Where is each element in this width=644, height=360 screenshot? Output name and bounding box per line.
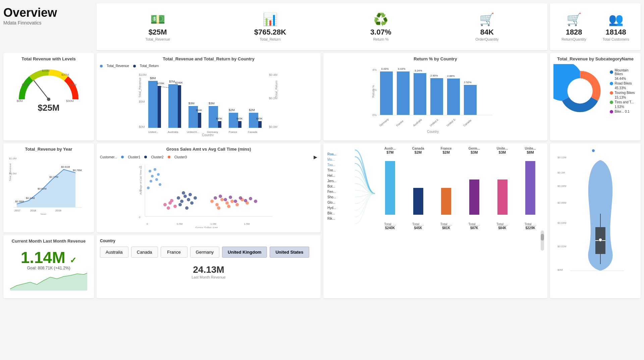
legend-return-dot bbox=[133, 65, 136, 67]
svg-text:0.5M: 0.5M bbox=[177, 222, 183, 225]
last-month-container: 24.13M Last Month Revenue bbox=[100, 264, 317, 279]
gauge-title: Total Revenue with Levels bbox=[7, 56, 91, 61]
svg-point-80 bbox=[180, 200, 183, 203]
country-btn-canada[interactable]: Canada bbox=[131, 247, 158, 258]
svg-text:Average of Call Time L...: Average of Call Time L... bbox=[139, 165, 142, 195]
col-bar-us bbox=[522, 154, 539, 221]
col-header-australia: Austr... bbox=[376, 147, 404, 150]
violin-svg: $0.12M $0.1M $0.08M $0.06M $0.04M $0.02M… bbox=[553, 153, 637, 288]
col-sub-val-us: $229K bbox=[517, 226, 544, 230]
kpi-label-order-qty: OrderQuantity bbox=[475, 37, 498, 41]
revenue-return-legend: Total_Revenue Total_Return bbox=[100, 64, 317, 68]
current-month-goal: Goal: 808.71K (+41.2%) bbox=[10, 266, 87, 270]
col-total-uk: $3M bbox=[489, 150, 516, 154]
svg-text:$0M: $0M bbox=[139, 125, 145, 128]
country-btn-australia[interactable]: Australia bbox=[100, 247, 128, 258]
country-btn-uk[interactable]: United Kingdom bbox=[222, 247, 267, 258]
donut-card: Total_Revenue by SubcategoryName Mountai… bbox=[550, 53, 641, 141]
app-subtitle: Mdata Finnovatics bbox=[3, 20, 94, 25]
bar-fr-revenue bbox=[229, 113, 238, 128]
kpi-value-total-customers: 18148 bbox=[606, 28, 626, 37]
legend-revenue-dot bbox=[100, 65, 103, 67]
donut-title: Total_Revenue by SubcategoryName bbox=[553, 56, 637, 61]
svg-text:3.43%: 3.43% bbox=[398, 67, 406, 70]
current-month-number: 1.14M bbox=[21, 249, 65, 266]
col-sub-val-australia: $240K bbox=[376, 226, 404, 230]
matrix-cat-list: Roa... Mo... Tou... Tire... Hel... Jers.… bbox=[327, 152, 354, 221]
return-pct-title: Return % by Country bbox=[327, 56, 544, 61]
svg-text:Country: Country bbox=[202, 133, 214, 136]
scatter-expand-icon[interactable]: ▶ bbox=[314, 154, 317, 160]
gauge-yellow-green bbox=[31, 72, 49, 79]
scrollbar-thumb bbox=[541, 234, 544, 241]
svg-text:0: 0 bbox=[147, 222, 148, 225]
svg-text:United...: United... bbox=[148, 131, 158, 134]
legend-bikes: Bike... 0.1 bbox=[610, 110, 637, 113]
kpi-value-return-qty: 1828 bbox=[566, 28, 582, 37]
col-sub-canada: Total_... bbox=[405, 222, 432, 226]
legend-pct-touring: 15.13% bbox=[614, 96, 637, 99]
cat-touring: Tou... bbox=[327, 162, 354, 167]
cat-mountain: Mo... bbox=[327, 157, 354, 162]
kpi-item-return-qty: 🛒 1828 ReturnQuantity bbox=[556, 11, 591, 43]
legend-dot-road bbox=[610, 82, 613, 85]
svg-point-77 bbox=[159, 183, 161, 186]
matrix-col-us: Unite... $8M Total_... $229K bbox=[517, 147, 544, 230]
svg-point-78 bbox=[147, 187, 150, 189]
gauge-needle bbox=[34, 81, 49, 99]
country-btn-germany[interactable]: Germany bbox=[190, 247, 219, 258]
svg-text:$2M: $2M bbox=[249, 108, 255, 112]
col-sub-australia: Total_... bbox=[376, 222, 404, 226]
svg-text:3.43%: 3.43% bbox=[381, 67, 389, 70]
current-month-value: 1.14M ✓ bbox=[21, 250, 77, 266]
col-header-france: France bbox=[432, 147, 460, 150]
country-btn-us[interactable]: United States bbox=[270, 247, 309, 258]
svg-point-100 bbox=[219, 195, 222, 198]
sparkline-svg bbox=[10, 270, 87, 291]
svg-text:Total_Revenue: Total_Revenue bbox=[9, 163, 12, 181]
cat-tires: Tire... bbox=[327, 168, 354, 173]
legend-dot-tires bbox=[610, 101, 613, 104]
svg-point-71 bbox=[149, 170, 151, 172]
svg-text:Total_Return: Total_Return bbox=[275, 81, 278, 98]
svg-text:$3M: $3M bbox=[189, 102, 195, 105]
sparkline-area bbox=[10, 273, 87, 291]
bar-de-return bbox=[218, 121, 221, 128]
svg-point-97 bbox=[227, 205, 230, 208]
kpi-item-return-pct: ♻️ 3.07% Return % bbox=[365, 11, 396, 43]
legend-touring-bikes: Touring Bikes bbox=[610, 91, 637, 95]
matrix-cat-header bbox=[327, 147, 354, 150]
svg-point-87 bbox=[189, 193, 192, 196]
legend-label-tires: Tires and T... bbox=[614, 100, 634, 104]
cat-bottles: Bot... bbox=[327, 184, 354, 189]
svg-text:$0.44M: $0.44M bbox=[26, 197, 35, 200]
legend-return-label: Total_Return bbox=[140, 64, 159, 68]
col-total-australia: $7M bbox=[376, 150, 404, 154]
revenue-year-svg: $1.0M $0.5M $0.38M $0.44M $0.62M $0.77M … bbox=[7, 154, 91, 215]
donut-hole bbox=[568, 78, 593, 103]
svg-point-84 bbox=[182, 191, 185, 195]
cat-gloves: Glo... bbox=[327, 200, 354, 205]
svg-text:Germany: Germany bbox=[379, 118, 389, 127]
cat-shorts: Sho... bbox=[327, 195, 354, 200]
svg-text:$0.1M: $0.1M bbox=[557, 171, 565, 174]
svg-text:Country: Country bbox=[427, 130, 439, 134]
kpi-icon-return-pct: ♻️ bbox=[373, 12, 388, 27]
bar-ca-revenue bbox=[249, 113, 258, 128]
cat-fenders: Fen... bbox=[327, 189, 354, 194]
bar-au-return bbox=[178, 85, 181, 128]
gauge-label-40m: $40M bbox=[69, 83, 76, 87]
current-month-body: 1.14M ✓ Goal: 808.71K (+41.2%) bbox=[7, 246, 91, 295]
return-pct-svg: 4% 2% 0% 3.43% Germany 3.43% France 3.24… bbox=[327, 64, 544, 135]
svg-text:$0.08M: $0.08M bbox=[557, 185, 567, 188]
bar-ret-us bbox=[447, 79, 460, 115]
gauge-center bbox=[47, 98, 50, 101]
country-btn-france[interactable]: France bbox=[161, 247, 187, 258]
svg-rect-115 bbox=[441, 188, 451, 215]
matrix-scrollbar[interactable] bbox=[376, 230, 544, 251]
svg-text:Australia: Australia bbox=[168, 131, 178, 134]
svg-text:United S.: United S. bbox=[446, 118, 457, 127]
svg-text:$0.02M: $0.02M bbox=[557, 245, 567, 248]
svg-point-111 bbox=[170, 199, 173, 202]
svg-text:Canada: Canada bbox=[248, 131, 258, 134]
